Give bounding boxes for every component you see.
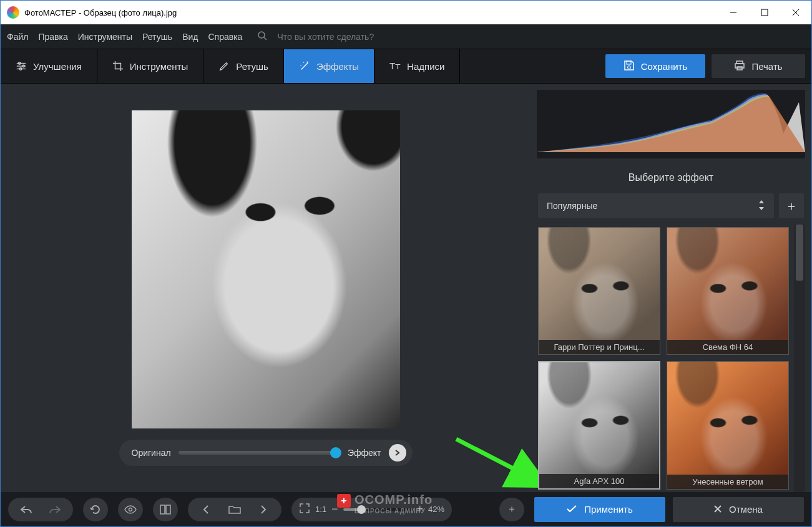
brush-icon	[218, 60, 230, 72]
search-input[interactable]	[277, 32, 427, 42]
effect-label: Унесенные ветром	[667, 475, 788, 489]
svg-rect-19	[160, 505, 165, 514]
tab-label: Инструменты	[130, 61, 188, 72]
add-button[interactable]: ＋	[499, 498, 524, 521]
effect-tile[interactable]: Гарри Поттер и Принц...	[538, 227, 660, 355]
tab-tools[interactable]: Инструменты	[97, 49, 204, 83]
rotate-button[interactable]	[83, 498, 108, 521]
menu-edit[interactable]: Правка	[38, 32, 67, 42]
tab-enhance[interactable]: Улучшения	[1, 49, 97, 83]
menu-file[interactable]: Файл	[7, 32, 28, 42]
sliders-icon	[16, 60, 27, 72]
zoom-thumb[interactable]	[357, 505, 366, 514]
menubar: Файл Правка Инструменты Ретушь Вид Справ…	[1, 24, 811, 49]
panel-title: Выберите эффект	[537, 165, 805, 187]
preview-button[interactable]	[118, 498, 143, 521]
search-icon	[257, 31, 267, 43]
cancel-label: Отмена	[729, 504, 763, 515]
next-effect-button[interactable]	[389, 444, 406, 462]
svg-rect-20	[166, 505, 170, 514]
menu-retouch[interactable]: Ретушь	[142, 32, 172, 42]
cancel-button[interactable]: Отмена	[673, 497, 804, 522]
tab-label: Эффекты	[316, 61, 359, 72]
save-icon	[624, 60, 635, 73]
zoom-value: 42%	[428, 505, 444, 514]
effects-scrollbar[interactable]	[794, 225, 805, 492]
text-icon: Tᴛ	[389, 60, 401, 72]
sort-icon	[758, 200, 765, 212]
print-button[interactable]: Печать	[712, 54, 805, 78]
svg-point-13	[627, 65, 630, 69]
effects-grid: Гарри Поттер и Принц... Свема ФН 64 Agfa…	[537, 225, 790, 492]
close-icon	[714, 504, 722, 515]
scrollbar-thumb[interactable]	[796, 225, 803, 281]
svg-rect-1	[761, 9, 768, 16]
print-label: Печать	[751, 61, 782, 72]
titlebar: ФотоМАСТЕР - Образец (фото лица).jpg	[1, 1, 811, 24]
plus-icon: ＋	[785, 198, 798, 215]
plus-icon: ＋	[507, 503, 517, 516]
toolbar: Улучшения Инструменты Ретушь Эффекты Tᴛ …	[1, 49, 811, 84]
tab-label: Ретушь	[236, 61, 268, 72]
tab-effects[interactable]: Эффекты	[284, 49, 374, 83]
histogram[interactable]	[537, 90, 805, 158]
bottombar: 1:1 − + 42% ＋ Применить Отмена	[1, 492, 811, 526]
svg-point-18	[129, 508, 132, 511]
effect-slider-row: Оригинал Эффект	[119, 440, 413, 466]
effect-tile[interactable]: Унесенные ветром	[667, 361, 789, 490]
crop-icon	[112, 60, 124, 72]
save-label: Сохранить	[641, 61, 688, 72]
zoom-in-button[interactable]: +	[417, 503, 424, 516]
close-button[interactable]	[780, 1, 811, 24]
tab-label: Надписи	[407, 61, 444, 72]
slider-thumb[interactable]	[330, 447, 341, 458]
compare-button[interactable]	[153, 498, 178, 521]
effect-label: Эффект	[348, 448, 381, 458]
prev-file-button[interactable]	[192, 498, 220, 521]
effect-label: Agfa APX 100	[539, 474, 659, 488]
effect-label: Свема ФН 64	[667, 340, 788, 354]
menu-tools[interactable]: Инструменты	[78, 32, 132, 42]
svg-point-4	[258, 32, 265, 38]
save-button[interactable]: Сохранить	[605, 54, 705, 78]
menu-help[interactable]: Справка	[208, 32, 242, 42]
svg-line-5	[264, 37, 267, 40]
category-label: Популярные	[547, 201, 597, 211]
svg-rect-15	[735, 64, 744, 68]
undo-button[interactable]	[12, 498, 41, 521]
menu-view[interactable]: Вид	[182, 32, 198, 42]
right-panel: Выберите эффект Популярные ＋ Гарри Потте…	[531, 84, 811, 492]
minimize-button[interactable]	[718, 1, 749, 24]
original-label: Оригинал	[132, 448, 171, 458]
next-file-button[interactable]	[249, 498, 278, 521]
fit-button[interactable]	[299, 503, 310, 516]
zoom-out-button[interactable]: −	[331, 503, 338, 516]
maximize-button[interactable]	[749, 1, 780, 24]
tab-text[interactable]: Tᴛ Надписи	[374, 49, 460, 83]
category-dropdown[interactable]: Популярные	[538, 193, 774, 218]
effect-tile[interactable]: Agfa APX 100	[538, 361, 660, 490]
check-icon	[567, 504, 577, 515]
zoom-controls: 1:1 − + 42%	[291, 498, 452, 521]
apply-button[interactable]: Применить	[534, 497, 665, 522]
fit-label[interactable]: 1:1	[315, 505, 326, 514]
redo-button[interactable]	[41, 498, 69, 521]
canvas-area: Оригинал Эффект	[1, 84, 531, 492]
wand-icon	[299, 60, 310, 72]
add-category-button[interactable]: ＋	[779, 193, 804, 218]
app-logo-icon	[7, 6, 19, 19]
tab-label: Улучшения	[33, 61, 82, 72]
effect-slider[interactable]	[179, 451, 340, 455]
window-title: ФотоМАСТЕР - Образец (фото лица).jpg	[24, 8, 177, 17]
apply-label: Применить	[584, 504, 633, 515]
effect-label: Гарри Поттер и Принц...	[539, 340, 660, 354]
tab-retouch[interactable]: Ретушь	[203, 49, 284, 83]
main-image[interactable]	[132, 110, 400, 428]
open-folder-button[interactable]	[220, 498, 249, 521]
zoom-slider[interactable]	[343, 508, 412, 511]
print-icon	[734, 60, 745, 73]
effect-tile[interactable]: Свема ФН 64	[667, 227, 789, 355]
